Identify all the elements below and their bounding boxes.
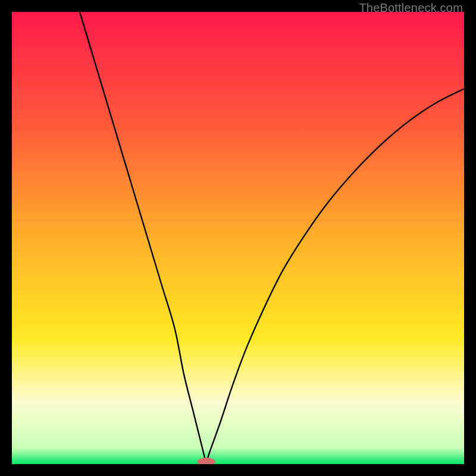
chart-background (12, 12, 464, 464)
chart-frame (12, 12, 464, 464)
watermark-text: TheBottleneck.com (359, 1, 463, 15)
chart-svg (12, 12, 464, 464)
